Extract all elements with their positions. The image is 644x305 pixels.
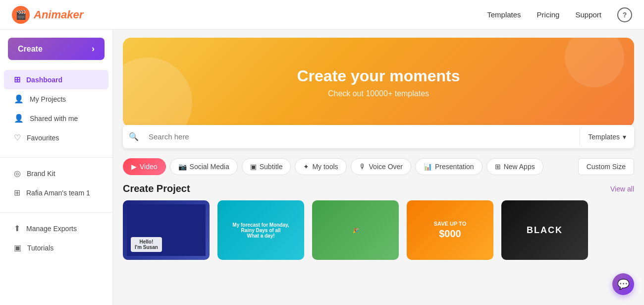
- search-input[interactable]: [145, 125, 580, 148]
- dashboard-icon: ⊞: [14, 75, 20, 84]
- sidebar-item-dashboard[interactable]: ⊞ Dashboard: [4, 70, 108, 89]
- nav-templates[interactable]: Templates: [487, 10, 521, 19]
- sidebar-tools-section: ⬆ Manage Exports ▣ Tutorials: [0, 219, 112, 261]
- search-bar: 🔍 Templates ▾: [123, 125, 634, 148]
- search-dropdown[interactable]: Templates ▾: [580, 128, 634, 146]
- tutorials-icon: ▣: [14, 243, 21, 252]
- create-chevron-icon: ›: [92, 44, 95, 54]
- header: 🎬 Animaker Templates Pricing Support ?: [0, 0, 644, 30]
- sidebar-item-my-projects[interactable]: 👤 My Projects: [4, 89, 108, 109]
- sidebar-item-brand-kit[interactable]: ◎ Brand Kit: [4, 164, 108, 183]
- nav-pricing[interactable]: Pricing: [537, 10, 560, 19]
- sidebar-item-tutorials[interactable]: ▣ Tutorials: [4, 238, 108, 257]
- nav-support[interactable]: Support: [575, 10, 601, 19]
- logo-text: Animaker: [34, 8, 83, 21]
- main-layout: Create › ⊞ Dashboard 👤 My Projects 👤 Sha…: [0, 30, 644, 305]
- subtitle-icon: ▣: [250, 163, 257, 171]
- sidebar: Create › ⊞ Dashboard 👤 My Projects 👤 Sha…: [0, 30, 113, 305]
- tab-subtitle[interactable]: ▣ Subtitle: [242, 158, 291, 175]
- tab-voice-over[interactable]: 🎙 Voice Over: [351, 158, 411, 175]
- project-card-4[interactable]: SAVE UP TO$000: [407, 200, 493, 260]
- sidebar-middle-section: ◎ Brand Kit ⊞ Rafia Aman's team 1: [0, 164, 112, 206]
- banner-title: Create your moments: [297, 67, 460, 85]
- sidebar-divider-2: [0, 212, 112, 213]
- new-apps-icon: ⊞: [495, 163, 501, 171]
- section-title: Create Project: [123, 183, 190, 194]
- sidebar-divider-1: [0, 157, 112, 158]
- video-icon: ▶: [131, 163, 137, 171]
- dropdown-chevron-icon: ▾: [623, 133, 626, 141]
- sidebar-item-shared-with-me[interactable]: 👤 Shared with me: [4, 109, 108, 128]
- custom-size-button[interactable]: Custom Size: [578, 158, 634, 175]
- project-card-2[interactable]: My forecast for Monday,Rainy Days of all…: [217, 200, 304, 260]
- help-button[interactable]: ?: [617, 7, 632, 22]
- sidebar-item-team[interactable]: ⊞ Rafia Aman's team 1: [4, 183, 108, 202]
- tab-my-tools[interactable]: ✦ My tools: [295, 158, 346, 175]
- my-projects-icon: 👤: [14, 94, 24, 104]
- presentation-icon: 📊: [424, 163, 432, 171]
- project-cards-row: Hello!I'm Susan My forecast for Monday,R…: [113, 200, 644, 260]
- voice-over-icon: 🎙: [359, 163, 366, 171]
- brand-kit-icon: ◎: [14, 169, 21, 178]
- svg-text:🎬: 🎬: [15, 9, 27, 20]
- tab-new-apps[interactable]: ⊞ New Apps: [486, 158, 543, 175]
- header-nav: Templates Pricing Support ?: [487, 7, 632, 22]
- create-button[interactable]: Create ›: [8, 38, 105, 60]
- tab-social-media[interactable]: 📷 Social Media: [170, 158, 238, 175]
- project-card-5[interactable]: BLACK: [501, 200, 588, 260]
- view-all-link[interactable]: View all: [610, 185, 634, 193]
- tabs-row: ▶ Video 📷 Social Media ▣ Subtitle ✦ My t…: [113, 158, 644, 181]
- chat-icon: 💬: [617, 278, 630, 290]
- my-tools-icon: ✦: [303, 163, 309, 171]
- banner-subtitle: Check out 10000+ templates: [328, 89, 429, 98]
- sidebar-item-manage-exports[interactable]: ⬆ Manage Exports: [4, 219, 108, 238]
- favourites-icon: ♡: [14, 133, 21, 142]
- section-header: Create Project View all: [113, 181, 644, 200]
- logo[interactable]: 🎬 Animaker: [12, 6, 83, 24]
- social-media-icon: 📷: [178, 163, 187, 171]
- tab-presentation[interactable]: 📊 Presentation: [415, 158, 483, 175]
- manage-exports-icon: ⬆: [14, 224, 20, 233]
- main-content: Create your moments Check out 10000+ tem…: [113, 30, 644, 305]
- hero-banner: Create your moments Check out 10000+ tem…: [123, 38, 634, 127]
- sidebar-top-section: ⊞ Dashboard 👤 My Projects 👤 Shared with …: [0, 70, 112, 151]
- chat-bubble-button[interactable]: 💬: [612, 273, 634, 295]
- shared-icon: 👤: [14, 114, 24, 123]
- team-icon: ⊞: [14, 188, 20, 197]
- logo-icon: 🎬: [12, 6, 30, 24]
- project-card-1[interactable]: Hello!I'm Susan: [123, 200, 210, 260]
- search-icon: 🔍: [123, 125, 145, 148]
- project-card-3[interactable]: 🎉: [312, 200, 399, 260]
- tab-video[interactable]: ▶ Video: [123, 158, 166, 175]
- sidebar-item-favourites[interactable]: ♡ Favourites: [4, 128, 108, 147]
